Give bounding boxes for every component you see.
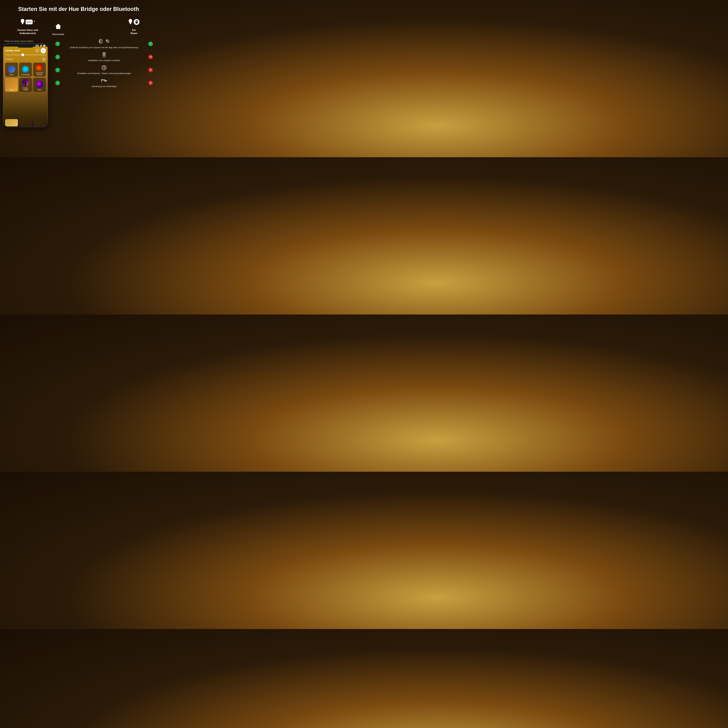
svg-point-0 <box>21 19 24 23</box>
bridge-box-icon <box>25 18 33 26</box>
bridge-check-routine: ✓ <box>55 68 60 72</box>
brightness-slider[interactable] <box>5 55 46 55</box>
feature-row-accessory: ✓ Installation von smartem Zubehör ✕ <box>55 52 153 62</box>
scene-savannah-icon <box>36 64 43 71</box>
svg-line-6 <box>24 20 24 20</box>
svg-rect-34 <box>103 55 105 56</box>
bt-x-routine: ✕ <box>148 68 153 72</box>
middle-layout: *Philips Hue Bridge separat erhältlich ▌… <box>0 39 157 127</box>
scene-relax[interactable]: ✎ Relax <box>5 78 18 92</box>
svg-point-11 <box>27 21 28 23</box>
phone-bottom <box>3 118 47 127</box>
scene-concentrate-icon <box>22 66 29 73</box>
slider-thumb <box>21 54 24 57</box>
bt-x-accessory: ✕ <box>148 55 153 59</box>
top-icons-section: * Ganzes Haus und Außenbereich Reichweit… <box>0 17 157 36</box>
bt-label: Ein Raum <box>130 29 137 35</box>
scene-tropical-label: Tropical Twilight <box>20 87 31 90</box>
features-side: ✓ Einfache <box>52 39 157 127</box>
add-scene-button[interactable]: + <box>42 57 46 61</box>
bridge-check-scenes: ✓ <box>55 41 60 46</box>
scenes-header: SCENES + <box>5 57 46 61</box>
bt-x-remote: ✕ <box>148 81 153 85</box>
scene-concentrate-label: Concentrate <box>21 74 30 75</box>
scene-soho[interactable]: Soho <box>33 78 46 92</box>
bluetooth-column: ⬓ Ein Raum <box>119 17 148 35</box>
footnote-text: *Philips Hue Bridge separat erhältlich <box>0 39 52 43</box>
feature-row-remote: ✓ Steuerung von unterwegs ✕ <box>55 78 153 88</box>
bridge-check-remote: ✓ <box>55 81 60 85</box>
svg-point-12 <box>29 21 29 23</box>
scene-tropical[interactable]: ⋯ Tropical Twilight <box>19 78 32 92</box>
scene-savannah[interactable]: Savannah Sunset <box>33 63 46 76</box>
svg-rect-32 <box>103 53 105 54</box>
bt-check-scenes: ✓ <box>148 41 153 46</box>
scene-soho-label: Soho <box>38 89 41 90</box>
bottom-tile-1 <box>5 119 18 126</box>
svg-rect-17 <box>130 23 131 24</box>
bridge-device-icon: * <box>20 18 35 26</box>
svg-rect-3 <box>22 24 23 24</box>
bridge-column: * Ganzes Haus und Außenbereich <box>9 17 47 35</box>
scenes-feature-text: Einfache Erstellung von Szenen mit der A… <box>61 46 147 49</box>
scene-soho-icon <box>36 81 43 88</box>
routine-icon-area <box>61 65 147 71</box>
bottom-tiles-row <box>3 118 47 126</box>
svg-point-30 <box>107 40 109 43</box>
bottom-tile-2 <box>19 119 32 126</box>
room-header: Living room ⋯ ◯ <box>5 48 46 53</box>
scene-read[interactable]: Read <box>5 63 18 76</box>
bluetooth-device-icon: ⬓ <box>128 18 140 26</box>
svg-rect-1 <box>22 23 23 23</box>
scene-tropical-icon <box>22 79 29 86</box>
reach-label: Reichweite <box>52 33 64 36</box>
bridge-label: Ganzes Haus und Außenbereich <box>17 29 38 35</box>
more-options-button[interactable]: ⋯ <box>35 49 40 53</box>
home-icon-area <box>55 21 61 31</box>
voice-assistant-icon <box>105 39 110 44</box>
page-title: Starten Sie mit der Hue Bridge oder Blue… <box>0 0 157 15</box>
reach-column: Reichweite <box>47 21 70 36</box>
wifi-icon: 📶 <box>40 45 42 47</box>
scene-read-icon <box>8 66 15 73</box>
room-actions: ⋯ ◯ <box>35 48 46 53</box>
remote-control-icon <box>101 78 107 83</box>
bridge-icon-area: * <box>20 17 35 27</box>
scenes-grid: Read Concentrate Savan <box>5 63 46 92</box>
phone-tap-icon <box>98 39 103 44</box>
svg-rect-18 <box>130 24 131 24</box>
accessory-icon <box>101 52 107 57</box>
svg-rect-2 <box>22 23 23 24</box>
routine-feature-center: Einstellen von Routinen, Timern und Auto… <box>61 65 147 75</box>
bottom-tile-3 <box>33 119 46 126</box>
power-button[interactable]: ◯ <box>41 48 46 53</box>
svg-marker-14 <box>55 24 61 29</box>
svg-point-15 <box>129 19 132 23</box>
scene-concentrate[interactable]: Concentrate <box>19 63 32 76</box>
accessory-feature-text: Installation von smartem Zubehör <box>61 59 147 62</box>
accessory-feature-center: Installation von smartem Zubehör <box>61 52 147 62</box>
room-name-label: Living room <box>5 49 20 52</box>
scenes-feature-center: Einfache Erstellung von Szenen mit der A… <box>61 39 147 49</box>
bluetooth-icon-area: ⬓ <box>128 17 140 27</box>
asterisk-label: * <box>34 20 35 24</box>
clock-icon <box>101 65 107 70</box>
scene-relax-edit-icon: ✎ <box>6 79 7 81</box>
signal-icon: ▌▌▌ <box>36 45 39 47</box>
phone-frame: ▌▌▌ 📶 ▓▓ Living room ⋯ ◯ SCENES + <box>3 43 48 127</box>
bridge-check-accessory: ✓ <box>55 55 60 59</box>
svg-point-39 <box>104 67 104 68</box>
remote-feature-text: Steuerung von unterwegs <box>61 85 147 88</box>
svg-point-13 <box>31 21 31 23</box>
bulb-bt-icon <box>128 18 133 26</box>
battery-icon: ▓▓ <box>43 45 45 47</box>
home-icon <box>55 23 61 29</box>
scenes-section-label: SCENES <box>5 58 13 60</box>
scene-savannah-label: Savannah Sunset <box>34 72 45 75</box>
accessory-icon-area <box>61 52 147 58</box>
scene-tropical-more-icon: ⋯ <box>20 79 21 81</box>
remote-icon-area <box>61 78 147 84</box>
svg-marker-40 <box>101 80 107 81</box>
feature-row-scenes: ✓ Einfache <box>55 39 153 49</box>
svg-rect-33 <box>103 54 105 55</box>
